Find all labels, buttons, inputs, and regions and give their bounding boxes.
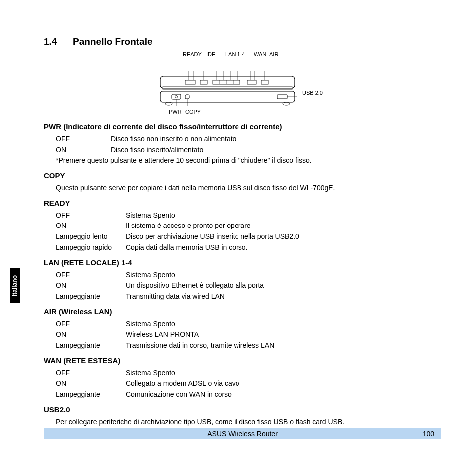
label-air: AIR [269,51,278,57]
label-usb: USB 2.0 [302,90,323,96]
section-number: 1.4 [44,36,57,47]
air-heading: AIR (Wireless LAN) [44,307,441,316]
def-term: ON [56,145,111,156]
lan-definitions: OFFSistema Spento ONUn dispositivo Ether… [44,270,441,302]
pwr-heading: PWR (Indicatore di corrente del disco fi… [44,122,441,131]
def-desc: Sistema Spento [126,368,441,379]
usb-paragraph: Per collegare periferiche di archiviazio… [44,417,441,428]
svg-rect-13 [185,95,189,99]
def-term: Lampeggiante [56,340,126,351]
def-desc: Disco fisso inserito/alimentato [111,145,441,156]
label-lan: LAN 1-4 [225,51,245,57]
svg-rect-3 [200,80,207,84]
front-panel-figure: READY IDE LAN 1-4 WAN AIR USB 2.0 PWR CO… [44,51,441,116]
def-term: Lampeggiante [56,389,126,400]
wan-definitions: OFFSistema Spento ONCollegato a modem AD… [44,368,441,400]
router-diagram-icon [158,71,297,106]
section-title-text: Pannello Frontale [73,36,152,47]
def-desc: Trasmissione dati in corso, tramite wire… [126,340,441,351]
page-footer: ASUS Wireless Router 100 [44,428,441,439]
def-desc: Sistema Spento [126,319,441,330]
footer-title: ASUS Wireless Router [207,430,278,438]
label-ready: READY [183,51,202,57]
def-desc: Disco per archiviazione USB inserito nel… [126,231,441,242]
def-desc: Disco fisso non inserito o non alimentat… [111,134,441,145]
svg-rect-9 [261,80,268,84]
def-term: ON [56,221,126,231]
svg-rect-4 [213,80,240,84]
def-desc: Il sistema è acceso e pronto per operare [126,221,441,231]
copy-heading: COPY [44,171,441,180]
def-desc: Sistema Spento [126,210,441,221]
def-term: OFF [56,210,126,221]
top-rule [44,19,441,19]
usb-heading: USB2.0 [44,405,441,414]
def-desc: Collegato a modem ADSL o via cavo [126,378,441,389]
def-desc: Wireless LAN PRONTA [126,329,441,340]
svg-rect-0 [160,76,295,88]
svg-rect-2 [185,80,195,84]
def-desc: Comunicazione con WAN in corso [126,389,441,400]
svg-rect-14 [277,95,287,99]
def-desc: Un dispositivo Ethernet è collegato alla… [126,280,441,291]
ready-definitions: OFFSistema Spento ONIl sistema è acceso … [44,210,441,253]
svg-point-12 [175,96,178,98]
def-term: Lampeggio rapido [56,242,126,253]
copy-paragraph: Questo pulsante serve per copiare i dati… [44,183,441,194]
air-definitions: OFFSistema Spento ONWireless LAN PRONTA … [44,319,441,351]
label-wan: WAN [254,51,266,57]
def-desc: Copia dati dalla memoria USB in corso. [126,242,441,253]
svg-rect-11 [172,94,181,99]
def-desc: Sistema Spento [126,270,441,281]
def-term: Lampeggio lento [56,231,126,242]
def-term: OFF [56,319,126,330]
def-term: ON [56,378,126,389]
def-desc: Transmitting data via wired LAN [126,291,441,302]
svg-point-16 [283,102,290,105]
wan-heading: WAN (RETE ESTESA) [44,356,441,365]
pwr-definitions: OFFDisco fisso non inserito o non alimen… [44,134,441,166]
label-copy: COPY [185,109,201,115]
def-term: OFF [56,368,126,379]
def-term: OFF [56,134,111,145]
language-tab: Italiano [10,268,20,303]
footer-page-number: 100 [423,430,434,438]
def-term: Lampeggiante [56,291,126,302]
lan-heading: LAN (RETE LOCALE) 1-4 [44,258,441,267]
section-heading: 1.4 Pannello Frontale [44,36,441,47]
pwr-note: *Premere questo pulsante e attendere 10 … [56,155,441,166]
ready-heading: READY [44,199,441,207]
label-pwr: PWR [169,109,182,115]
label-ide: IDE [206,51,215,57]
def-term: ON [56,280,126,291]
def-term: OFF [56,270,126,281]
def-term: ON [56,329,126,340]
svg-point-15 [165,102,172,105]
svg-rect-8 [247,80,256,84]
